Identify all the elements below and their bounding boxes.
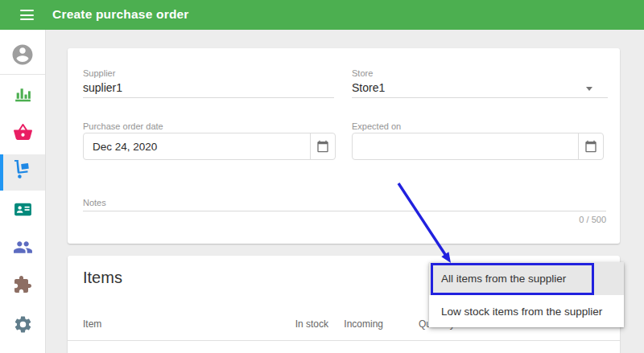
- store-underline: [352, 97, 608, 98]
- expected-on-input[interactable]: [352, 133, 604, 160]
- sidebar-item-apps[interactable]: [0, 268, 45, 305]
- notes-underline: [83, 211, 606, 211]
- app: Create purchase order: [0, 0, 644, 353]
- puzzle-icon: [13, 275, 32, 298]
- basket-icon: [13, 122, 33, 146]
- app-bar: Create purchase order: [0, 0, 644, 30]
- sidebar-item-purchase-orders[interactable]: [0, 154, 45, 191]
- column-header-incoming: Incoming: [344, 318, 383, 330]
- items-filter-dropdown-menu: All items from the supplier Low stock it…: [429, 262, 624, 327]
- sidebar: [0, 30, 46, 353]
- sidebar-item-items[interactable]: [0, 115, 45, 152]
- gear-icon: [13, 314, 33, 338]
- bar-chart-icon: [13, 84, 33, 107]
- sidebar-item-customers[interactable]: [0, 230, 45, 267]
- column-header-in-stock: In stock: [295, 318, 328, 330]
- menu-icon[interactable]: [20, 10, 34, 20]
- sidebar-divider: [0, 74, 45, 75]
- purchase-order-date-label: Purchase order date: [83, 121, 163, 131]
- expected-on-label: Expected on: [352, 121, 401, 131]
- notes-input[interactable]: [83, 191, 606, 211]
- store-label: Store: [352, 68, 373, 78]
- sidebar-item-settings[interactable]: [0, 307, 45, 344]
- account-icon: [10, 43, 35, 70]
- hand-truck-icon: [12, 160, 33, 184]
- calendar-button[interactable]: [578, 133, 603, 159]
- chevron-down-icon[interactable]: [586, 87, 592, 91]
- calendar-icon: [316, 140, 329, 153]
- column-header-item: Item: [83, 318, 101, 330]
- menu-option-low-stock-items[interactable]: Low stock items from the supplier: [429, 295, 624, 327]
- purchase-order-date-value: Dec 24, 2020: [84, 141, 157, 153]
- menu-option-all-items[interactable]: All items from the supplier: [429, 262, 624, 295]
- sidebar-item-account[interactable]: [0, 38, 45, 75]
- purchase-order-date-input[interactable]: Dec 24, 2020: [83, 133, 336, 160]
- table-header-divider: [68, 340, 620, 341]
- sidebar-item-reports[interactable]: [0, 76, 45, 113]
- sidebar-item-employees[interactable]: [0, 192, 45, 229]
- calendar-icon: [584, 140, 597, 153]
- supplier-label: Supplier: [83, 68, 115, 78]
- people-icon: [13, 237, 33, 261]
- contact-card-icon: [13, 199, 33, 223]
- notes-char-counter: 0 / 500: [579, 215, 606, 224]
- page-title: Create purchase order: [52, 7, 189, 22]
- purchase-order-form-card: Supplier suplier1 Store Store1 Purchase …: [68, 48, 620, 244]
- calendar-button[interactable]: [310, 133, 335, 159]
- supplier-input[interactable]: suplier1: [83, 81, 122, 94]
- items-section-title: Items: [83, 269, 122, 287]
- store-select[interactable]: Store1: [352, 81, 385, 94]
- supplier-underline: [83, 97, 334, 98]
